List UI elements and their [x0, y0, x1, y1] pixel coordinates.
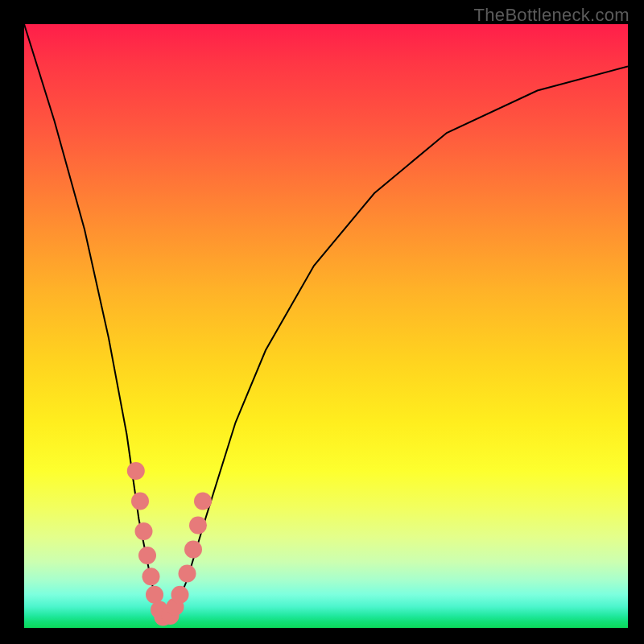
bottleneck-curve	[24, 24, 628, 619]
curve-markers	[127, 462, 212, 626]
curve-layer	[24, 24, 628, 628]
marker-dot	[142, 568, 160, 585]
marker-dot	[194, 493, 212, 510]
marker-dot	[131, 493, 149, 510]
marker-dot	[127, 462, 145, 480]
marker-dot	[138, 547, 156, 564]
marker-dot	[189, 517, 207, 535]
watermark-text: TheBottleneck.com	[474, 5, 630, 26]
marker-dot	[171, 586, 189, 604]
chart-frame: TheBottleneck.com	[0, 0, 644, 644]
bottleneck-curve-path	[24, 24, 628, 619]
marker-dot	[146, 586, 163, 604]
marker-dot	[135, 522, 153, 540]
plot-area	[24, 24, 628, 628]
marker-dot	[184, 541, 202, 559]
marker-dot	[179, 565, 196, 583]
